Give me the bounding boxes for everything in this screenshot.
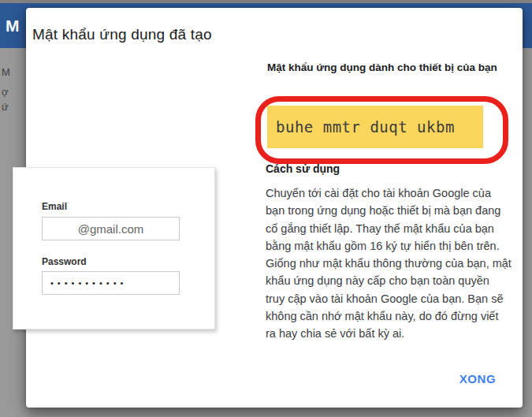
usage-heading: Cách sử dụng	[266, 162, 340, 175]
email-field[interactable]: @gmail.com	[42, 217, 180, 240]
app-password-value: buhe mmtr duqt ukbm	[267, 118, 455, 136]
background-header-text-fragment: M	[6, 17, 20, 35]
app-password-highlight: buhe mmtr duqt ukbm	[267, 106, 483, 148]
usage-body: Chuyển tới cài đặt cho tài khoản Google …	[266, 184, 512, 343]
done-button[interactable]: XONG	[448, 369, 507, 389]
device-password-heading: Mật khẩu ứng dụng dành cho thiết bị của …	[267, 60, 508, 76]
email-label: Email	[42, 201, 67, 212]
background-text-fragment: M	[2, 66, 10, 78]
login-form-card: Email @gmail.com Password •••••••••••	[13, 167, 215, 330]
usage-paragraph: Giống như mật khẩu thông thường của bạn,…	[266, 255, 512, 342]
background-text-fragment: ợ	[2, 86, 9, 98]
password-field[interactable]: •••••••••••	[42, 271, 180, 295]
usage-paragraph: Chuyển tới cài đặt cho tài khoản Google …	[266, 184, 512, 255]
dialog-title: Mật khẩu ứng dụng đã tạo	[32, 26, 212, 43]
background-text-fragment: ứ	[2, 101, 9, 113]
password-label: Password	[42, 256, 87, 267]
